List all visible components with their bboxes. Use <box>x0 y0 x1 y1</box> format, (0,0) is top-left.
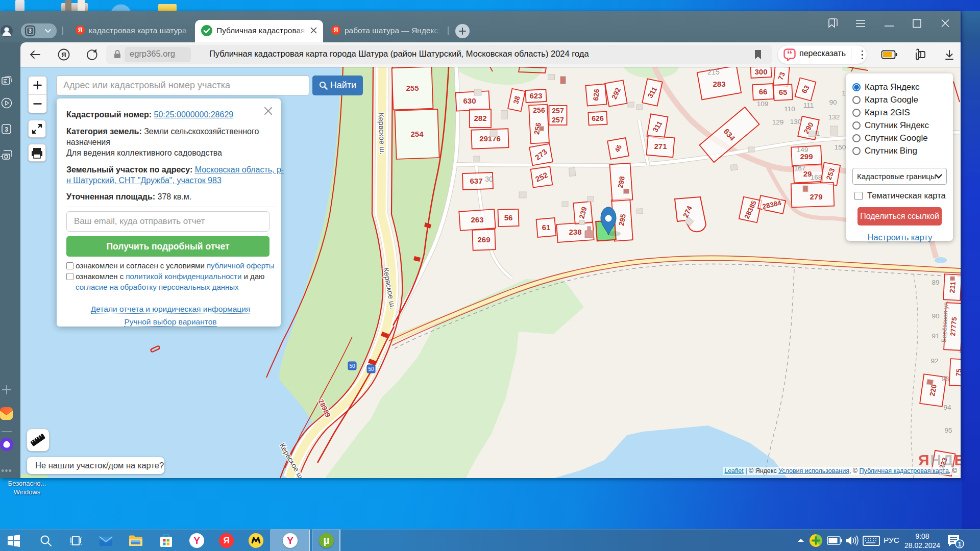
svg-text:“: “ <box>787 48 793 61</box>
svg-text:211: 211 <box>948 281 957 293</box>
svg-text:299: 299 <box>800 152 813 161</box>
svg-text:283: 283 <box>713 80 725 88</box>
svg-text:300: 300 <box>754 67 767 76</box>
svg-text:282: 282 <box>474 114 486 122</box>
svg-text:626: 626 <box>592 114 604 122</box>
svg-text:630: 630 <box>463 96 476 105</box>
svg-text:130: 130 <box>790 118 802 126</box>
svg-text:256: 256 <box>533 106 545 114</box>
svg-text:90: 90 <box>829 98 837 106</box>
svg-text:111: 111 <box>803 102 814 109</box>
svg-text:95: 95 <box>944 427 952 434</box>
svg-text:90: 90 <box>932 312 939 320</box>
svg-text:254: 254 <box>410 130 424 138</box>
svg-text:91: 91 <box>932 332 939 340</box>
svg-text:255: 255 <box>406 84 419 92</box>
svg-text:56: 56 <box>504 213 513 222</box>
svg-text:623: 623 <box>529 91 542 100</box>
svg-text:626: 626 <box>592 88 601 101</box>
svg-text:271: 271 <box>654 142 667 151</box>
svg-text:167: 167 <box>794 164 806 172</box>
svg-text:92: 92 <box>930 357 938 365</box>
svg-text:279: 279 <box>810 192 822 201</box>
svg-text:66: 66 <box>759 87 768 96</box>
svg-text:150: 150 <box>835 143 846 151</box>
svg-text:61: 61 <box>542 223 551 232</box>
svg-text:50: 50 <box>349 363 355 369</box>
svg-text:637: 637 <box>470 177 482 185</box>
svg-text:75: 75 <box>954 368 961 377</box>
svg-text:109: 109 <box>757 100 769 108</box>
svg-text:263: 263 <box>471 215 483 224</box>
svg-text:269: 269 <box>477 235 490 244</box>
svg-text:149: 149 <box>797 146 808 154</box>
svg-text:93: 93 <box>941 375 949 383</box>
svg-text:30: 30 <box>485 175 493 183</box>
svg-text:Я: Я <box>61 51 66 59</box>
svg-text:3: 3 <box>29 28 32 34</box>
svg-text:168: 168 <box>811 173 822 181</box>
svg-text:94: 94 <box>943 404 951 411</box>
svg-text:50: 50 <box>368 366 374 372</box>
svg-text:1: 1 <box>958 541 962 548</box>
svg-text:257: 257 <box>552 116 564 124</box>
svg-text:215: 215 <box>707 68 720 76</box>
svg-text:Кервское ш.: Кервское ш. <box>377 113 387 155</box>
svg-text:89: 89 <box>932 279 939 286</box>
svg-text:65: 65 <box>779 88 788 96</box>
svg-text:129: 129 <box>772 118 784 126</box>
svg-text:110: 110 <box>784 105 795 113</box>
svg-text:132: 132 <box>828 113 840 121</box>
svg-text:ЯНДЕКС: ЯНДЕКС <box>918 452 961 468</box>
svg-text:3: 3 <box>5 126 8 133</box>
svg-text:238: 238 <box>569 228 581 236</box>
svg-text:257: 257 <box>552 107 564 115</box>
